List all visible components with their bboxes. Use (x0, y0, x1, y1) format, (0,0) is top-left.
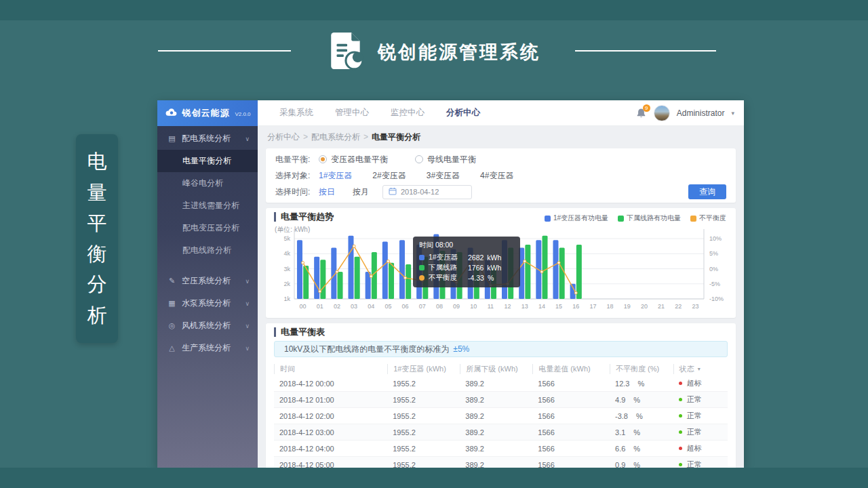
legend-item[interactable]: 不平衡度 (690, 214, 726, 223)
svg-text:13: 13 (521, 303, 528, 310)
sidebar-group[interactable]: ✎空压系统分析∨ (157, 270, 258, 292)
tooltip-series-unit: kWh (487, 253, 501, 262)
legend-item[interactable]: 1#变压器有功电量 (545, 214, 608, 223)
avatar[interactable] (654, 105, 670, 121)
column-header: 不平衡度 (%) (610, 364, 673, 374)
time-mode-option[interactable]: 按日 (319, 186, 335, 198)
status-label: 超标 (687, 378, 702, 388)
svg-text:18: 18 (607, 303, 614, 310)
svg-text:20: 20 (641, 303, 648, 310)
table-body: 2018-4-12 00:001955.2389.2156612.3%超标201… (274, 375, 728, 468)
sidebar-group-label: 水泵系统分析 (182, 298, 231, 309)
svg-text:-10%: -10% (709, 296, 724, 302)
svg-text:0%: 0% (709, 266, 718, 272)
object-option[interactable]: 4#变压器 (480, 170, 513, 182)
sidebar-item[interactable]: 配电线路分析 (157, 239, 258, 262)
radio-option[interactable]: 母线电量平衡 (415, 154, 476, 165)
cell-transformer: 1955.2 (387, 445, 460, 453)
cell-imbalance: 6.6% (610, 445, 673, 453)
svg-text:10%: 10% (709, 235, 722, 242)
radio-option[interactable]: 变压器电量平衡 (319, 154, 388, 165)
nav-item-active[interactable]: 分析中心 (446, 107, 480, 119)
svg-text:12: 12 (505, 303, 511, 310)
bottom-band (0, 468, 868, 488)
time-mode-option[interactable]: 按月 (353, 186, 369, 198)
column-header: 1#变压器 (kWh) (387, 364, 460, 374)
app-logo[interactable]: 锐创云能源 V2.0.0 (157, 100, 258, 126)
status-label: 正常 (687, 427, 702, 437)
legend-label: 1#变压器有功电量 (553, 214, 608, 223)
table-icon: ▦ (167, 299, 177, 308)
nav-item-link[interactable]: 管理中心 (335, 107, 369, 119)
svg-text:4k: 4k (283, 250, 290, 257)
sidebar-group-label: 配电系统分析 (182, 133, 231, 144)
sidebar-item[interactable]: 电量平衡分析 (157, 150, 258, 172)
status-dot (679, 398, 682, 401)
sidebar-item[interactable]: 配电变压器分析 (157, 217, 258, 239)
filter-panel: 电量平衡: 变压器电量平衡母线电量平衡 选择对象: 1#变压器2#变压器3#变压… (266, 148, 736, 203)
radio-icon (319, 155, 327, 163)
table-title: 电量平衡表 (274, 327, 728, 337)
legend-item[interactable]: 下属线路有功电量 (618, 214, 681, 223)
cell-subordinate: 389.2 (460, 412, 532, 420)
cell-time: 2018-4-12 03:00 (274, 428, 387, 436)
nav-item-link[interactable]: 监控中心 (391, 107, 425, 119)
notification-badge: 9 (643, 104, 650, 112)
table-row: 2018-4-12 05:001955.2389.215660.9%正常 (274, 457, 728, 468)
svg-text:5k: 5k (283, 235, 290, 242)
sidebar-group[interactable]: ▤配电系统分析∨ (157, 127, 258, 150)
sidebar-group[interactable]: ◎风机系统分析∨ (157, 314, 258, 337)
breadcrumb-item[interactable]: 配电系统分析 (311, 132, 360, 142)
slide-header: 锐创能源管理系统 (0, 28, 868, 76)
sidebar-item[interactable]: 峰谷电分析 (157, 172, 258, 195)
chart-card: 电量平衡趋势 (单位: kWh) 1#变压器有功电量下属线路有功电量不平衡度 5… (266, 208, 736, 318)
date-value: 2018-04-12 (401, 188, 439, 196)
table-row: 2018-4-12 00:001955.2389.2156612.3%超标 (274, 375, 728, 392)
object-option[interactable]: 1#变压器 (319, 170, 352, 182)
filter-caret-icon[interactable]: ▾ (698, 366, 701, 372)
sidebar-item[interactable]: 主进线需量分析 (157, 195, 258, 217)
svg-text:5%: 5% (709, 250, 718, 257)
query-button[interactable]: 查询 (688, 184, 726, 199)
column-header: 时间 (274, 364, 387, 374)
chart-tooltip: 时间 08:00 1#变压器2682kWh下属线路1766kWh不平衡度-4.3… (413, 237, 520, 287)
svg-text:15: 15 (555, 303, 562, 310)
nav-item-link[interactable]: 采集系统 (279, 107, 313, 119)
calendar-icon (389, 186, 397, 198)
breadcrumb-item[interactable]: 分析中心 (267, 132, 300, 142)
table-row: 2018-4-12 04:001955.2389.215666.6%超标 (274, 441, 728, 457)
table-row: 2018-4-12 03:001955.2389.215663.1%正常 (274, 424, 728, 441)
cell-time: 2018-4-12 02:00 (274, 412, 387, 420)
cell-subordinate: 389.2 (460, 461, 532, 468)
tooltip-row: 不平衡度-4.33% (419, 272, 514, 283)
object-option[interactable]: 3#变压器 (427, 170, 460, 182)
sidebar-group[interactable]: ▦水泵系统分析∨ (157, 292, 258, 314)
status-dot (679, 463, 682, 466)
sidebar-group[interactable]: △生产系统分析∨ (157, 337, 258, 359)
imbalance-unit: % (633, 396, 640, 404)
date-picker[interactable]: 2018-04-12 (382, 185, 472, 199)
imbalance-unit: % (636, 412, 643, 420)
object-option[interactable]: 2#变压器 (372, 170, 406, 182)
column-header: 状态▾ (673, 364, 728, 374)
slide-background: 锐创能源管理系统 电量平衡分析 锐创云能源 V2.0.0 采集系 (0, 0, 868, 488)
cell-time: 2018-4-12 04:00 (274, 445, 387, 453)
flask-icon: △ (167, 344, 177, 352)
header-right: 9 Administrator ▾ (636, 105, 734, 121)
svg-text:14: 14 (538, 303, 545, 310)
chevron-down-icon[interactable]: ▾ (731, 110, 734, 117)
svg-text:00: 00 (300, 303, 307, 310)
cell-difference: 1566 (532, 396, 610, 404)
cell-difference: 1566 (532, 445, 610, 453)
breadcrumb-separator: > (363, 132, 368, 142)
cell-imbalance: 3.1% (610, 428, 673, 436)
imbalance-value: 4.9 (615, 396, 625, 404)
cell-time: 2018-4-12 00:00 (274, 380, 387, 388)
cell-time: 2018-4-12 05:00 (274, 461, 387, 468)
cell-status: 正常 (673, 411, 728, 421)
tooltip-series-value: 2682 (468, 253, 484, 262)
legend-swatch (690, 216, 696, 222)
notification-bell[interactable]: 9 (636, 108, 647, 119)
sidebar-menu: ▤配电系统分析∨电量平衡分析峰谷电分析主进线需量分析配电变压器分析配电线路分析✎… (157, 126, 258, 359)
table-card: 电量平衡表 10kV及以下配电线路的电量不平衡度的标准为 ±5% 时间1#变压器… (266, 323, 736, 468)
